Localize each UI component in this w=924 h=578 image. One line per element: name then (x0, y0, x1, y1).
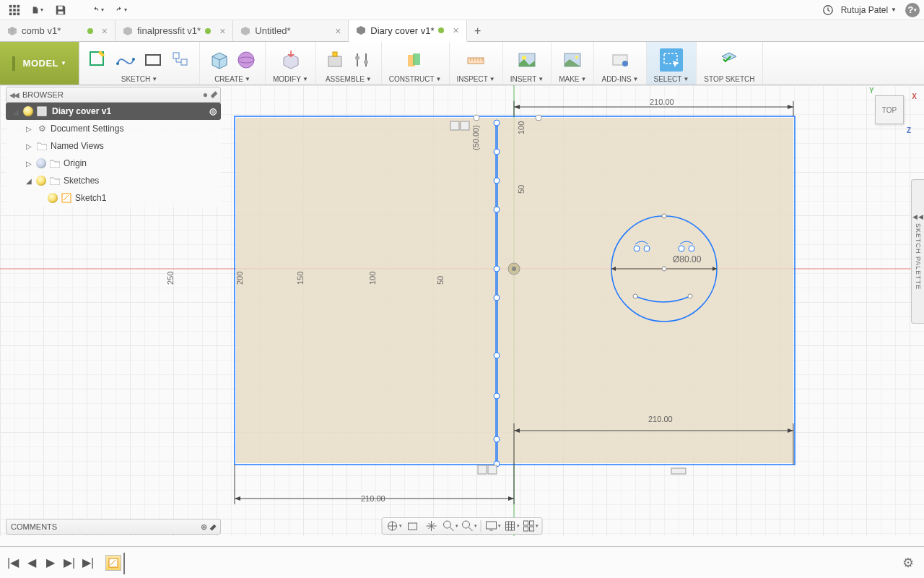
close-tab-icon[interactable]: × (453, 25, 458, 36)
ribbon-label[interactable]: SKETCH▼ (121, 75, 157, 83)
svg-text:210.00: 210.00 (361, 494, 385, 503)
doc-tab-2[interactable]: Untitled* × (233, 20, 349, 41)
timeline-play-icon[interactable]: ▶ (43, 556, 58, 570)
close-tab-icon[interactable]: × (102, 25, 108, 37)
addins-icon[interactable] (609, 48, 632, 72)
print3d-icon[interactable] (561, 48, 584, 72)
svg-rect-36 (236, 118, 793, 463)
timeline-start-icon[interactable]: |◀ (6, 556, 20, 570)
rect-icon[interactable] (141, 48, 165, 72)
component-icon[interactable] (323, 48, 346, 72)
ribbon-label[interactable]: MAKE▼ (559, 75, 586, 83)
target-icon[interactable]: ◎ (209, 106, 217, 116)
ribbon-label[interactable]: INSPECT▼ (457, 75, 495, 83)
spline-icon[interactable] (114, 48, 137, 72)
dimension-icon[interactable] (169, 48, 192, 72)
viewcube-face[interactable]: TOP (875, 95, 904, 124)
view-cube[interactable]: Y X Z TOP (868, 88, 911, 131)
sketch-palette-tab[interactable]: ◀◀ SKETCH PALETTE (911, 179, 924, 324)
svg-rect-82 (450, 121, 459, 130)
twisty-icon[interactable]: ◢ (12, 108, 20, 116)
select-icon[interactable] (660, 48, 683, 72)
browser-item-origin[interactable]: ▷ Origin (6, 155, 221, 172)
workspace-switcher[interactable]: MODEL▼ (0, 42, 79, 85)
close-tab-icon[interactable]: × (335, 25, 341, 37)
axis-x-label: X (912, 92, 917, 100)
joint-icon[interactable] (351, 48, 374, 72)
ribbon-label[interactable]: MODIFY▼ (273, 75, 308, 83)
browser-item-sketch1[interactable]: Sketch1 (6, 189, 221, 207)
comments-label: COMMENTS (11, 522, 57, 531)
ribbon-label[interactable]: CONSTRUCT▼ (389, 75, 442, 83)
sphere-icon[interactable] (235, 48, 258, 72)
ribbon-label[interactable]: STOP SKETCH (704, 75, 754, 83)
measure-icon[interactable] (464, 48, 487, 72)
recent-icon[interactable] (818, 1, 838, 19)
svg-text:210.00: 210.00 (648, 415, 673, 423)
decal-icon[interactable] (515, 48, 539, 72)
redo-icon[interactable]: ▾ (111, 1, 131, 19)
browser-item-settings[interactable]: ▷ ⚙ Document Settings (6, 120, 221, 137)
ribbon-label[interactable]: CREATE▼ (214, 75, 250, 83)
visibility-bulb-icon[interactable] (36, 158, 46, 168)
collapse-icon[interactable]: ◀◀ (9, 91, 18, 99)
browser-pin-icon[interactable]: ▮ (209, 90, 220, 100)
browser-item-sketches[interactable]: ◢ Sketches (6, 172, 221, 189)
lookat-icon[interactable] (404, 519, 422, 533)
timeline-feature-sketch[interactable] (105, 555, 121, 571)
viewport-icon[interactable]: ▾ (522, 519, 539, 533)
add-tab-button[interactable]: + (467, 20, 489, 41)
add-comment-icon[interactable]: ⊕ (201, 522, 207, 532)
ribbon-label[interactable]: SELECT▼ (654, 75, 689, 83)
ribbon-label[interactable]: INSERT▼ (510, 75, 544, 83)
timeline-next-icon[interactable]: ▶| (62, 556, 77, 570)
svg-point-50 (512, 267, 516, 271)
display-icon[interactable]: ▾ (484, 519, 502, 533)
user-menu[interactable]: Rutuja Patel▼ (841, 5, 897, 15)
visibility-bulb-icon[interactable] (48, 193, 58, 203)
new-file-icon[interactable]: ▾ (27, 1, 48, 19)
browser-item-views[interactable]: ▷ Named Views (6, 137, 221, 155)
svg-text:(50.00): (50.00) (471, 125, 480, 150)
pan-icon[interactable] (423, 519, 440, 533)
timeline-prev-icon[interactable]: ◀ (25, 556, 39, 570)
visibility-bulb-icon[interactable] (36, 176, 46, 186)
timeline-settings-icon[interactable]: ⚙ (902, 555, 914, 571)
svg-point-44 (494, 295, 500, 301)
comments-pin-icon[interactable]: ▮ (209, 522, 218, 531)
svg-rect-99 (530, 527, 534, 531)
fit-icon[interactable]: ▾ (461, 519, 478, 533)
zoom-icon[interactable]: ▾ (442, 519, 459, 533)
twisty-icon[interactable]: ▷ (25, 142, 33, 150)
doc-tab-1[interactable]: finalpressfit v1* × (116, 20, 233, 41)
undo-icon[interactable]: ▾ (88, 1, 108, 19)
browser-header[interactable]: ◀◀ BROWSER ● ▮ (6, 87, 221, 103)
twisty-icon[interactable]: ▷ (25, 160, 33, 168)
plane-icon[interactable] (404, 48, 427, 72)
comments-bar[interactable]: COMMENTS ⊕ ▮ (6, 519, 221, 535)
doc-tab-0[interactable]: comb v1* × (0, 20, 116, 41)
browser-root[interactable]: ◢ Diary cover v1 ◎ (6, 103, 221, 120)
stop-sketch-icon[interactable] (718, 48, 741, 72)
help-icon[interactable]: ?▾ (905, 3, 920, 17)
ribbon-label[interactable]: ASSEMBLE▼ (326, 75, 372, 83)
close-tab-icon[interactable]: × (219, 25, 225, 37)
ribbon-label[interactable]: ADD-INS▼ (601, 75, 638, 83)
browser-dock-icon[interactable]: ● (203, 90, 208, 100)
svg-point-46 (494, 393, 500, 399)
svg-text:50: 50 (436, 276, 445, 285)
orbit-icon[interactable]: ▾ (385, 519, 403, 533)
twisty-icon[interactable]: ▷ (25, 125, 33, 133)
visibility-bulb-icon[interactable] (23, 106, 33, 116)
app-menu-icon[interactable] (4, 1, 25, 19)
create-sketch-icon[interactable] (87, 48, 110, 72)
browser-item-label: Document Settings (51, 124, 123, 134)
box-icon[interactable] (207, 48, 230, 72)
timeline-end-icon[interactable]: ▶| (81, 556, 95, 570)
twisty-icon[interactable]: ◢ (25, 177, 33, 185)
presspull-icon[interactable] (279, 48, 302, 72)
save-icon[interactable] (51, 1, 71, 19)
doc-tab-3[interactable]: Diary cover v1* × (349, 20, 466, 42)
user-name: Rutuja Patel (841, 5, 888, 15)
grid-settings-icon[interactable]: ▾ (503, 519, 520, 533)
